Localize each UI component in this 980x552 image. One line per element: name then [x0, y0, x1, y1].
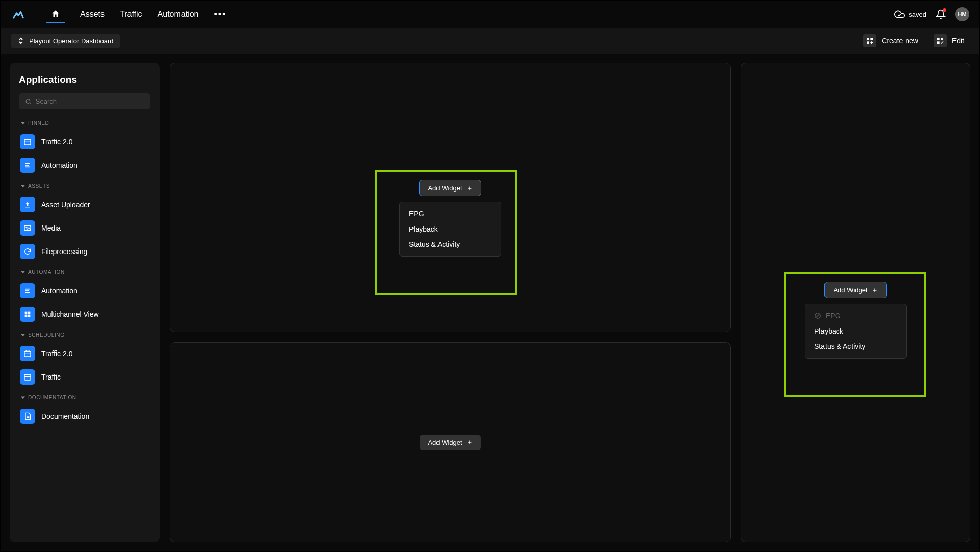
- widget-menu-item[interactable]: Playback: [400, 221, 501, 237]
- upload-icon: [20, 197, 35, 212]
- add-widget-button-2[interactable]: Add Widget: [824, 282, 886, 298]
- plus-icon: [467, 439, 473, 445]
- chevron-down-icon: [21, 396, 25, 400]
- svg-line-7: [30, 103, 31, 104]
- sidebar-item[interactable]: Traffic 2.0: [19, 131, 150, 153]
- list-icon: [20, 283, 35, 298]
- calendar-icon: [20, 346, 35, 361]
- sidebar-item-label: Traffic 2.0: [41, 138, 72, 146]
- svg-rect-0: [867, 38, 869, 40]
- chevron-down-icon: [21, 270, 25, 274]
- grid-icon: [20, 307, 35, 322]
- sidebar-item-label: Traffic 2.0: [41, 349, 72, 358]
- widget-menu-item[interactable]: Playback: [805, 323, 906, 339]
- sidebar-item[interactable]: Media: [19, 217, 150, 239]
- svg-rect-1: [871, 38, 873, 40]
- widget-menu-item[interactable]: EPG: [400, 206, 501, 221]
- widget-menu-item[interactable]: Status & Activity: [400, 237, 501, 252]
- doc-icon: [20, 409, 35, 424]
- svg-marker-8: [21, 122, 25, 124]
- section-label: SCHEDULING: [28, 332, 65, 338]
- sidebar-item[interactable]: Asset Uploader: [19, 194, 150, 215]
- svg-rect-24: [25, 312, 28, 314]
- svg-rect-2: [867, 41, 869, 44]
- nav-right: saved HM: [894, 7, 969, 21]
- widget-menu-item[interactable]: Status & Activity: [805, 339, 906, 354]
- svg-marker-28: [21, 334, 25, 336]
- nav-traffic[interactable]: Traffic: [120, 10, 142, 19]
- dashboard-edit-icon: [936, 37, 944, 45]
- saved-label: saved: [909, 11, 926, 18]
- sidebar-item[interactable]: Traffic 2.0: [19, 343, 150, 364]
- add-widget-button-1[interactable]: Add Widget: [419, 180, 481, 196]
- notification-dot-icon: [943, 8, 946, 12]
- sidebar-search[interactable]: [19, 93, 150, 109]
- avatar[interactable]: HM: [955, 7, 969, 21]
- sync-icon: [20, 244, 35, 259]
- sort-icon: [18, 37, 24, 44]
- top-nav: Assets Traffic Automation ••• saved HM: [1, 1, 979, 28]
- svg-rect-9: [24, 139, 31, 145]
- chevron-down-icon: [21, 184, 25, 188]
- sidebar-item[interactable]: Automation: [19, 280, 150, 302]
- svg-rect-25: [28, 312, 31, 314]
- sidebar-item[interactable]: Multichannel View: [19, 304, 150, 325]
- list-icon: [20, 158, 35, 173]
- menu-item-label: Status & Activity: [814, 342, 865, 350]
- dashboard-selector[interactable]: Playout Operator Dashboard: [11, 34, 120, 48]
- search-icon: [25, 98, 32, 105]
- calendar-icon: [20, 134, 35, 149]
- sidebar-title: Applications: [19, 74, 150, 85]
- chevron-down-icon: [21, 333, 25, 337]
- search-input[interactable]: [36, 97, 144, 105]
- section-header[interactable]: PINNED: [21, 120, 150, 126]
- cloud-check-icon: [894, 9, 905, 19]
- panel-bottom-left[interactable]: Add Widget: [170, 342, 731, 542]
- svg-rect-29: [24, 351, 31, 357]
- svg-point-19: [26, 227, 27, 228]
- section-header[interactable]: ASSETS: [21, 183, 150, 189]
- notifications-button[interactable]: [936, 9, 946, 19]
- sub-toolbar: Playout Operator Dashboard Create new Ed…: [1, 28, 979, 54]
- nav-more-button[interactable]: •••: [214, 9, 227, 20]
- svg-marker-37: [21, 396, 25, 399]
- create-new-button[interactable]: Create new: [858, 31, 923, 51]
- sidebar-item-label: Traffic: [41, 373, 61, 381]
- nav-automation[interactable]: Automation: [158, 10, 199, 19]
- add-widget-button-3[interactable]: Add Widget: [420, 435, 480, 450]
- svg-rect-3: [937, 38, 940, 40]
- section-label: DOCUMENTATION: [28, 395, 76, 400]
- section-header[interactable]: DOCUMENTATION: [21, 395, 150, 400]
- sidebar-item[interactable]: Traffic: [19, 366, 150, 388]
- home-icon: [51, 9, 60, 18]
- calendar-icon: [20, 369, 35, 385]
- section-header[interactable]: SCHEDULING: [21, 332, 150, 338]
- panel-right[interactable]: Add Widget EPGPlaybackStatus & Activity: [741, 63, 970, 542]
- svg-line-47: [816, 314, 820, 318]
- nav-assets[interactable]: Assets: [80, 10, 105, 19]
- section-header[interactable]: AUTOMATION: [21, 269, 150, 275]
- add-widget-label: Add Widget: [833, 286, 867, 294]
- sidebar-item-label: Automation: [41, 161, 78, 169]
- image-icon: [20, 220, 35, 236]
- widget-menu-item: EPG: [805, 308, 906, 323]
- panel-top-left[interactable]: Add Widget EPGPlaybackStatus & Activity: [170, 63, 731, 332]
- disabled-icon: [814, 312, 821, 319]
- add-widget-label: Add Widget: [428, 439, 462, 446]
- svg-point-6: [26, 99, 30, 103]
- sidebar-item[interactable]: Documentation: [19, 406, 150, 427]
- svg-marker-16: [21, 185, 25, 187]
- sidebar-item-label: Asset Uploader: [41, 200, 90, 209]
- home-button[interactable]: [46, 5, 65, 23]
- svg-rect-26: [25, 315, 28, 317]
- main-area: Applications PINNEDTraffic 2.0Automation…: [1, 54, 979, 551]
- sidebar-item[interactable]: Fileprocessing: [19, 241, 150, 262]
- edit-button[interactable]: Edit: [929, 31, 969, 51]
- sidebar-item-label: Documentation: [41, 412, 89, 420]
- plus-icon: [467, 185, 473, 191]
- sidebar-item[interactable]: Automation: [19, 155, 150, 176]
- add-widget-menu-1: EPGPlaybackStatus & Activity: [399, 202, 501, 257]
- section-label: ASSETS: [28, 183, 50, 189]
- section-label: AUTOMATION: [28, 269, 65, 275]
- svg-rect-5: [937, 41, 940, 44]
